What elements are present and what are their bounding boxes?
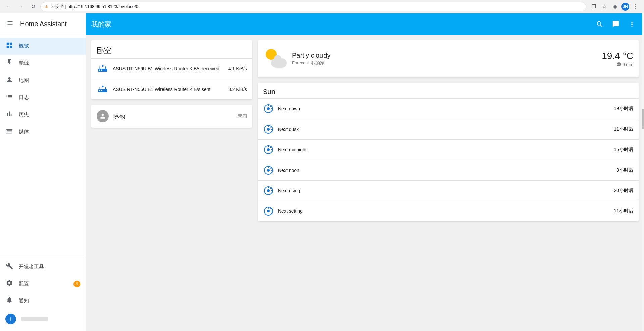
back-button[interactable]: ← [4,2,13,11]
svg-point-23 [267,148,270,151]
sidebar-item-notifications[interactable]: 通知 [0,292,86,310]
weather-info: Partly cloudy Forecast 我的家 [292,52,596,66]
sidebar-item-config-label: 配置 [19,281,29,287]
router-sent-icon [97,83,109,95]
address-bar[interactable]: ⚠ 不安全 | http://192.168.99.51:8123/lovela… [40,2,586,11]
entity-value-sent: 3.2 KiB/s [228,87,247,92]
scrollbar-thumb[interactable] [642,109,644,129]
refresh-button[interactable]: ↻ [28,2,38,11]
noon-icon [263,165,274,176]
share-button[interactable]: ❐ [589,2,598,11]
room-card: 卧室 [91,40,252,99]
forecast-label: Forecast [292,60,309,65]
user-avatar: I [5,314,16,324]
svg-rect-4 [99,70,100,71]
weather-condition: Partly cloudy [292,52,596,59]
url-text: 不安全 | http://192.168.99.51:8123/lovelace… [51,4,582,10]
router-received-icon [97,63,109,75]
sidebar-header: Home Assistant [0,13,86,35]
room-title: 卧室 [97,46,111,55]
gear-icon [5,279,13,288]
svg-rect-5 [101,70,102,71]
right-column: Partly cloudy Forecast 我的家 19.4 °C [258,40,639,221]
user-name-placeholder [21,317,48,321]
extensions-button[interactable]: ◆ [610,2,620,11]
noon-label: Next noon [278,168,612,173]
app-title: Home Assistant [20,20,67,28]
sidebar-item-overview[interactable]: 概览 [0,38,86,55]
sidebar-bottom: 开发者工具 配置 9 通知 [0,255,86,331]
weather-icon [263,47,287,70]
sidebar-item-user[interactable]: I [0,310,86,328]
dusk-label: Next dusk [278,127,610,132]
sidebar-item-logs-label: 日志 [19,94,29,101]
sidebar-item-devtools-label: 开发者工具 [19,264,44,270]
sidebar-item-history-label: 历史 [19,111,29,118]
sidebar-item-energy-label: 能源 [19,60,29,66]
rising-icon [263,185,274,196]
sun-row-dusk: Next dusk 11小时后 [258,119,639,139]
left-column: 卧室 [91,40,252,128]
sidebar-item-devtools[interactable]: 开发者工具 [0,258,86,275]
precipitation: 0 mm [602,62,633,67]
sidebar-item-overview-label: 概览 [19,43,29,49]
dawn-time: 19小时后 [614,106,633,112]
svg-point-9 [102,86,103,87]
sidebar-item-media[interactable]: 媒体 [0,123,86,140]
sidebar-item-media-label: 媒体 [19,129,29,135]
dawn-icon [263,103,274,114]
sun-row-dawn: Next dawn 19小时后 [258,98,639,119]
browser-actions: ❐ ☆ ◆ JH ⋮ [589,2,640,11]
sidebar-item-config[interactable]: 配置 9 [0,275,86,292]
svg-point-18 [267,128,270,131]
weather-temp: 19.4 °C 0 mm [602,51,633,67]
account-button[interactable]: JH [621,3,629,11]
more-options-button[interactable] [625,17,639,31]
chat-button[interactable] [609,17,623,31]
sun-card: Sun Next dawn [258,83,639,221]
person-row[interactable]: liyong 未知 [91,105,252,128]
entity-row-sent[interactable]: ASUS RT-N56U B1 Wireless Router KiB/s se… [91,79,252,99]
entity-row-received[interactable]: ASUS RT-N56U B1 Wireless Router KiB/s re… [91,58,252,79]
more-button[interactable]: ⋮ [631,2,640,11]
midnight-time: 15小时后 [614,147,633,153]
dusk-icon [263,124,274,135]
rising-label: Next rising [278,188,610,193]
setting-label: Next setting [278,208,610,214]
bookmark-button[interactable]: ☆ [600,2,609,11]
entity-name-sent: ASUS RT-N56U B1 Wireless Router KiB/s se… [113,87,224,92]
hamburger-button[interactable] [5,18,15,30]
svg-point-13 [267,107,270,110]
main-scrollbar[interactable] [642,13,644,331]
forward-button[interactable]: → [16,2,26,11]
sidebar-item-energy[interactable]: 能源 [0,55,86,72]
search-button[interactable] [593,17,606,31]
bell-icon [5,296,13,305]
sidebar-item-map-label: 地图 [19,77,29,84]
sun-row-rising: Next rising 20小时后 [258,180,639,201]
midnight-icon [263,144,274,155]
setting-icon [263,206,274,217]
svg-point-38 [267,210,270,212]
rising-time: 20小时后 [614,188,633,194]
sidebar-item-notifications-label: 通知 [19,298,29,304]
user-initial: I [10,316,11,322]
sidebar-item-history[interactable]: 历史 [0,106,86,123]
list-icon [5,93,13,102]
sidebar-item-logs[interactable]: 日志 [0,89,86,106]
sidebar-item-map[interactable]: 地图 [0,72,86,89]
person-icon [5,76,13,85]
cloud-part [271,58,287,68]
barchart-icon [5,110,13,119]
grid-icon [5,42,13,51]
svg-rect-11 [101,90,102,91]
config-badge: 9 [73,281,80,287]
svg-rect-10 [99,90,100,91]
dawn-label: Next dawn [278,106,610,111]
location-name: 我的家 [311,60,325,65]
svg-point-28 [267,169,270,172]
entity-value-received: 4.1 KiB/s [228,66,247,72]
sun-row-midnight: Next midnight 15小时后 [258,139,639,160]
noon-time: 3小时后 [616,167,633,173]
person-name: liyong [113,113,234,119]
